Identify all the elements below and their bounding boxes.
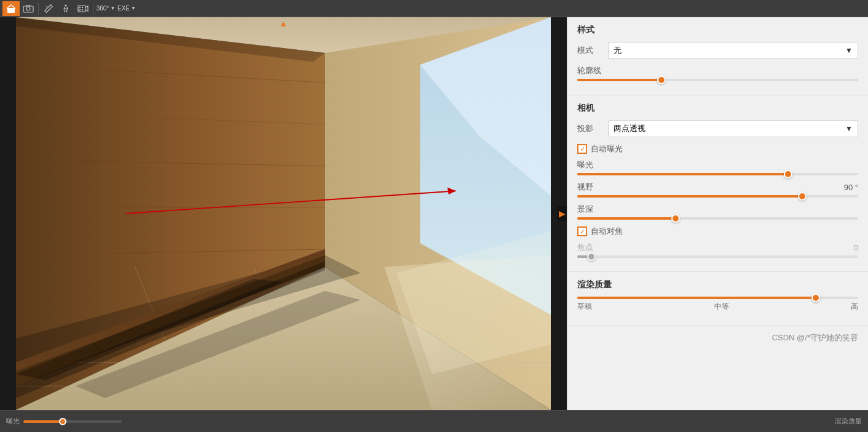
- projection-value: 两点透视: [614, 123, 645, 134]
- focus-value: 0: [854, 243, 858, 252]
- fov-slider-thumb[interactable]: [798, 192, 807, 201]
- svg-point-1: [26, 7, 30, 10]
- outline-slider-fill: [577, 79, 661, 81]
- exposure-slider-track[interactable]: [577, 173, 858, 175]
- fov-label: 视野: [577, 182, 593, 193]
- collapse-right-button[interactable]: ▶: [558, 206, 567, 221]
- fov-slider-track[interactable]: [577, 195, 858, 198]
- exposure-bottom-slider[interactable]: [23, 420, 122, 423]
- projection-dropdown[interactable]: 两点透视 ▼: [608, 120, 858, 137]
- bottom-bar-left: 曝光: [6, 417, 122, 426]
- style-section: 样式 模式 无 ▼ 轮廓线: [567, 17, 868, 95]
- quality-slider-fill: [577, 297, 816, 299]
- auto-exposure-row: ✓ 自动曝光: [577, 143, 858, 154]
- mode-row: 模式 无 ▼: [577, 42, 858, 59]
- mode-dropdown[interactable]: 无 ▼: [608, 42, 858, 59]
- svg-rect-0: [7, 8, 15, 13]
- svg-rect-6: [78, 6, 85, 12]
- mode-dropdown-arrow: ▼: [845, 46, 853, 55]
- camera-section-title: 相机: [577, 103, 858, 114]
- focus-slider-thumb: [587, 252, 596, 261]
- depth-slider-fill: [577, 217, 676, 220]
- main-area: ▲ ▶ 样式 模式 无 ▼ 轮廓线: [0, 17, 868, 410]
- depth-slider-thumb[interactable]: [671, 214, 680, 223]
- exposure-slider-fill: [577, 173, 788, 175]
- outline-slider-container: 轮廓线: [577, 65, 858, 81]
- exposure-bottom-section: 曝光: [6, 417, 122, 426]
- fov-value: 90 °: [844, 183, 858, 192]
- depth-label-row: 景深: [577, 204, 858, 215]
- svg-rect-3: [45, 4, 53, 12]
- depth-slider-container: 景深: [577, 204, 858, 220]
- focus-slider-container: 焦点 0: [577, 242, 858, 258]
- quality-labels: 草稿 中等 高: [577, 302, 858, 312]
- quality-high-label: 高: [851, 302, 858, 312]
- outline-label-row: 轮廓线: [577, 65, 858, 76]
- camera-section: 相机 投影 两点透视 ▼ ✓ 自动曝光 曝光: [567, 95, 868, 272]
- exposure-label-row: 曝光: [577, 159, 858, 170]
- exposure-slider-thumb[interactable]: [784, 170, 792, 178]
- svg-rect-7: [79, 7, 81, 8]
- scene-canvas: [0, 17, 567, 410]
- collapse-top-button[interactable]: ▲: [279, 18, 288, 28]
- toolbar-separator-2: [93, 2, 93, 15]
- depth-slider-track[interactable]: [577, 217, 858, 220]
- view360-label: 360°: [97, 5, 109, 12]
- auto-focus-checkmark: ✓: [580, 228, 585, 236]
- watermark-text: CSDN @/*守护她的笑容: [772, 333, 858, 342]
- exposure-slider-container: 曝光: [577, 159, 858, 175]
- outline-slider-thumb[interactable]: [657, 76, 666, 84]
- exe-dropdown-icon: ▼: [131, 6, 136, 11]
- exposure-bottom-label: 曝光: [6, 417, 20, 426]
- exe-label: EXE: [117, 5, 130, 12]
- svg-line-4: [46, 6, 47, 7]
- render-quality-bottom-label: 渲染质量: [835, 417, 862, 426]
- focus-label-row: 焦点 0: [577, 242, 858, 253]
- projection-dropdown-arrow: ▼: [845, 124, 853, 133]
- mode-label: 模式: [577, 45, 608, 56]
- auto-focus-checkbox[interactable]: ✓: [577, 226, 587, 236]
- toolbar-camera-button[interactable]: [20, 1, 37, 16]
- quality-slider-container: 草稿 中等 高: [577, 297, 858, 312]
- auto-exposure-label: 自动曝光: [591, 143, 623, 154]
- fov-slider-container: 视野 90 °: [577, 182, 858, 198]
- svg-point-5: [65, 4, 67, 6]
- toolbar-walk-button[interactable]: [57, 1, 74, 16]
- fov-label-row: 视野 90 °: [577, 182, 858, 193]
- focus-slider-track: [577, 255, 858, 258]
- view360-dropdown-icon: ▼: [110, 6, 115, 11]
- toolbar-film-button[interactable]: [74, 1, 92, 16]
- exposure-label: 曝光: [577, 159, 593, 170]
- bottom-bar: 曝光 渲染质量: [0, 410, 868, 432]
- style-section-title: 样式: [577, 25, 858, 36]
- toolbar-exe-button[interactable]: EXE ▼: [117, 1, 136, 16]
- auto-focus-row: ✓ 自动对焦: [577, 226, 858, 237]
- outline-slider-track[interactable]: [577, 79, 858, 81]
- render-quality-title: 渲染质量: [577, 279, 858, 290]
- auto-focus-label: 自动对焦: [591, 226, 623, 237]
- toolbar-ruler-button[interactable]: [40, 1, 57, 16]
- right-panel: 样式 模式 无 ▼ 轮廓线 相机: [567, 17, 868, 410]
- auto-exposure-checkbox[interactable]: ✓: [577, 144, 587, 154]
- auto-exposure-checkmark: ✓: [580, 145, 585, 153]
- quality-draft-label: 草稿: [577, 302, 592, 312]
- quality-slider-track[interactable]: [577, 297, 858, 299]
- projection-label: 投影: [577, 123, 608, 134]
- quality-slider-thumb[interactable]: [811, 294, 820, 302]
- bottom-bar-right: 渲染质量: [835, 417, 862, 426]
- exposure-bottom-thumb[interactable]: [59, 418, 66, 425]
- depth-label: 景深: [577, 204, 593, 215]
- svg-rect-9: [79, 9, 81, 10]
- toolbar-home-button[interactable]: [2, 1, 20, 16]
- csdn-watermark: CSDN @/*守护她的笑容: [567, 326, 868, 350]
- toolbar-separator-1: [38, 2, 39, 15]
- projection-row: 投影 两点透视 ▼: [577, 120, 858, 137]
- focus-label: 焦点: [577, 242, 593, 253]
- exposure-bottom-fill: [23, 420, 63, 423]
- viewport[interactable]: ▲ ▶: [0, 17, 567, 410]
- toolbar-view360-button[interactable]: 360° ▼: [95, 1, 117, 16]
- svg-rect-10: [82, 9, 83, 10]
- render-quality-section: 渲染质量 草稿 中等 高: [567, 272, 868, 326]
- mode-value: 无: [614, 45, 621, 56]
- outline-label: 轮廓线: [577, 65, 601, 76]
